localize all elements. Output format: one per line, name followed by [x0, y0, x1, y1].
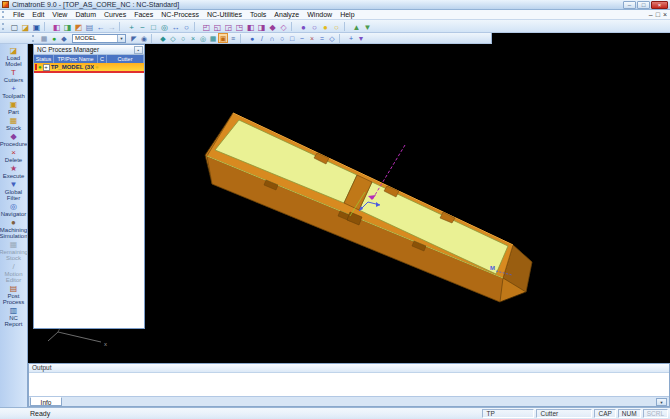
set-filter-icon[interactable]: ◆	[59, 33, 69, 43]
nc-process-row[interactable]: ● + TP_MODEL (3X ●	[34, 63, 144, 73]
view-iso-icon[interactable]: ◆	[267, 21, 278, 32]
app-logo-icon[interactable]	[2, 1, 9, 8]
cimatron-assembly-icon[interactable]: ◨	[62, 21, 73, 32]
line-icon[interactable]: /	[257, 33, 267, 43]
active-ucs-icon[interactable]: ▣	[218, 33, 228, 43]
sidebar-item-navigator[interactable]: ◎Navigator	[0, 202, 28, 217]
point-icon[interactable]: ●	[247, 33, 257, 43]
spline-icon[interactable]: ~	[297, 33, 307, 43]
output-scroll-button[interactable]: ▼	[656, 398, 667, 406]
output-panel-header[interactable]: Output	[29, 364, 669, 373]
sidebar-item-cutters[interactable]: TCutters	[0, 68, 28, 83]
offset-icon[interactable]: =	[317, 33, 327, 43]
expand-icon[interactable]: +	[43, 64, 50, 71]
nc-column-cutter[interactable]: Cutter	[107, 55, 144, 63]
snap-midpoint-icon[interactable]: ◇	[168, 33, 178, 43]
cimatron-part-icon[interactable]: ◧	[51, 21, 62, 32]
quick-pick-icon[interactable]: ◉	[139, 33, 149, 43]
sidebar-item-stock[interactable]: ▦Stock	[0, 116, 28, 131]
sidebar-item-post-process[interactable]: ▤Post Process	[0, 284, 28, 305]
mirror-icon[interactable]: ◇	[327, 33, 337, 43]
menu-item-faces[interactable]: Faces	[130, 10, 157, 20]
dynamic-rotate-icon[interactable]: ○	[181, 21, 192, 32]
snap-intersection-icon[interactable]: ×	[188, 33, 198, 43]
snap-endpoint-icon[interactable]: ◆	[158, 33, 168, 43]
sidebar-item-load-model[interactable]: ◪Load Model	[0, 46, 28, 67]
sidebar-item-machining-simulation[interactable]: ●Machining Simulation	[0, 218, 28, 239]
menu-item-nc-process[interactable]: NC-Process	[157, 10, 203, 20]
chevron-down-icon[interactable]: ▼	[117, 35, 125, 42]
toolbar1-grip[interactable]	[2, 23, 6, 30]
pan-icon[interactable]: ↔	[170, 21, 181, 32]
view-left-icon[interactable]: ◧	[245, 21, 256, 32]
menu-item-curves[interactable]: Curves	[100, 10, 130, 20]
nc-panel-menu-button[interactable]: ▪	[134, 46, 143, 54]
menu-item-datum[interactable]: Datum	[71, 10, 100, 20]
mdi-minimize-button[interactable]: –	[649, 10, 653, 20]
view-right-icon[interactable]: ◨	[256, 21, 267, 32]
nc-column-tp-proc-name[interactable]: TP/Proc Name	[54, 55, 98, 63]
sidebar-item-nc-report[interactable]: ▥NC Report	[0, 306, 28, 327]
menu-item-nc-utilities[interactable]: NC-Utilities	[203, 10, 246, 20]
redraw-icon[interactable]: ▲	[351, 21, 362, 32]
redo-icon[interactable]: →	[106, 21, 117, 32]
wireframe-icon[interactable]: ○	[309, 21, 320, 32]
view-front-icon[interactable]: ◲	[223, 21, 234, 32]
menu-item-edit[interactable]: Edit	[28, 10, 48, 20]
nc-column-c[interactable]: C	[98, 55, 107, 63]
layer-manager-icon[interactable]: ≡	[228, 33, 238, 43]
close-button[interactable]: ×	[651, 1, 668, 9]
minimize-button[interactable]: –	[623, 1, 636, 9]
circle-icon[interactable]: ○	[277, 33, 287, 43]
zoom-fit-icon[interactable]: ◎	[159, 21, 170, 32]
maximize-button[interactable]: □	[637, 1, 650, 9]
model-combo[interactable]: MODEL ▼	[72, 34, 126, 43]
cimatron-drawing-icon[interactable]: ◩	[73, 21, 84, 32]
mdi-close-button[interactable]: ×	[663, 10, 667, 20]
rectangle-icon[interactable]: □	[287, 33, 297, 43]
color-picker-icon[interactable]: ▼	[356, 33, 366, 43]
zoom-window-icon[interactable]: □	[148, 21, 159, 32]
snap-quadrant-icon[interactable]: ◎	[198, 33, 208, 43]
select-pick-icon[interactable]: ◤	[129, 33, 139, 43]
view-bottom-icon[interactable]: ◱	[212, 21, 223, 32]
display-filter-icon[interactable]: ●	[49, 33, 59, 43]
sidebar-item-execute[interactable]: ★Execute	[0, 164, 28, 179]
menu-item-view[interactable]: View	[48, 10, 71, 20]
view-top-icon[interactable]: ◰	[201, 21, 212, 32]
tab-info[interactable]: Info	[30, 397, 62, 406]
snap-center-icon[interactable]: ○	[178, 33, 188, 43]
output-content[interactable]	[29, 373, 669, 396]
show-hide-icon[interactable]: ▦	[39, 33, 49, 43]
menu-item-file[interactable]: File	[9, 10, 28, 20]
screen-capture-icon[interactable]: ▤	[84, 21, 95, 32]
regen-icon[interactable]: ▼	[362, 21, 373, 32]
shading-icon[interactable]: ●	[298, 21, 309, 32]
menu-item-window[interactable]: Window	[303, 10, 336, 20]
open-folder-icon[interactable]: ◪	[20, 21, 31, 32]
menu-item-analyze[interactable]: Analyze	[270, 10, 303, 20]
menu-grip[interactable]	[2, 11, 6, 18]
menu-item-help[interactable]: Help	[336, 10, 358, 20]
spotlight-icon[interactable]: ○	[331, 21, 342, 32]
model-3d[interactable]	[205, 113, 532, 302]
light-icon[interactable]: ●	[320, 21, 331, 32]
toolbar2-grip[interactable]	[32, 35, 36, 42]
view-back-icon[interactable]: ◳	[234, 21, 245, 32]
measure-icon[interactable]: +	[346, 33, 356, 43]
trim-icon[interactable]: ×	[307, 33, 317, 43]
zoom-in-icon[interactable]: +	[126, 21, 137, 32]
snap-grid-icon[interactable]: ▦	[208, 33, 218, 43]
sidebar-item-procedure[interactable]: ◆Procedure	[0, 132, 28, 147]
nc-panel-titlebar[interactable]: NC Process Manager ▪	[34, 45, 144, 55]
save-icon[interactable]: ▣	[31, 21, 42, 32]
sidebar-item-global-filter[interactable]: ▼Global Filter	[0, 180, 28, 201]
undo-icon[interactable]: ←	[95, 21, 106, 32]
view-rotate-icon[interactable]: ◇	[278, 21, 289, 32]
menu-item-tools[interactable]: Tools	[246, 10, 270, 20]
nc-column-status[interactable]: Status	[34, 55, 54, 63]
sidebar-item-part[interactable]: ▣Part	[0, 100, 28, 115]
arc-icon[interactable]: ∩	[267, 33, 277, 43]
sidebar-item-toolpath[interactable]: +Toolpath	[0, 84, 28, 99]
zoom-out-icon[interactable]: −	[137, 21, 148, 32]
